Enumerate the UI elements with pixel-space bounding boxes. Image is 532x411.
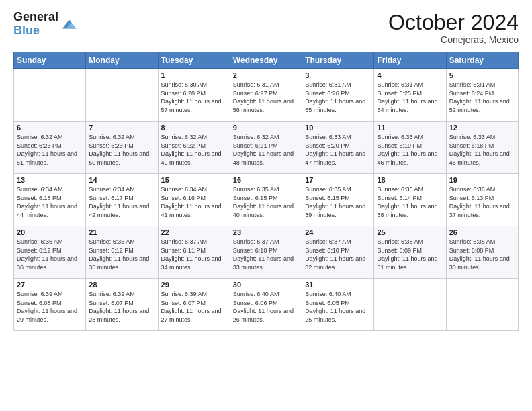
- week-row-5: 27Sunrise: 6:39 AM Sunset: 6:08 PM Dayli…: [14, 279, 519, 331]
- day-number: 6: [17, 124, 83, 132]
- day-info: Sunrise: 6:39 AM Sunset: 6:07 PM Dayligh…: [161, 290, 227, 324]
- day-info: Sunrise: 6:35 AM Sunset: 6:14 PM Dayligh…: [377, 185, 443, 219]
- day-number: 12: [449, 124, 515, 132]
- day-info: Sunrise: 6:38 AM Sunset: 6:08 PM Dayligh…: [449, 238, 515, 271]
- calendar-cell: [86, 69, 158, 122]
- day-info: Sunrise: 6:32 AM Sunset: 6:22 PM Dayligh…: [161, 133, 227, 167]
- calendar-cell: 5Sunrise: 6:31 AM Sunset: 6:24 PM Daylig…: [446, 69, 518, 122]
- day-info: Sunrise: 6:37 AM Sunset: 6:11 PM Dayligh…: [161, 238, 227, 271]
- day-info: Sunrise: 6:39 AM Sunset: 6:07 PM Dayligh…: [89, 290, 154, 324]
- day-number: 8: [161, 124, 227, 132]
- logo: GeneralBlue: [13, 11, 79, 38]
- day-info: Sunrise: 6:36 AM Sunset: 6:12 PM Dayligh…: [89, 238, 154, 271]
- day-number: 5: [449, 71, 515, 79]
- calendar-cell: 21Sunrise: 6:36 AM Sunset: 6:12 PM Dayli…: [86, 226, 158, 279]
- day-number: 22: [161, 228, 227, 236]
- day-info: Sunrise: 6:34 AM Sunset: 6:17 PM Dayligh…: [89, 185, 154, 219]
- day-number: 23: [233, 228, 299, 236]
- calendar-cell: 16Sunrise: 6:35 AM Sunset: 6:15 PM Dayli…: [230, 174, 302, 226]
- calendar-cell: 12Sunrise: 6:33 AM Sunset: 6:18 PM Dayli…: [446, 122, 518, 174]
- logo-icon: [60, 15, 79, 34]
- calendar-cell: 10Sunrise: 6:33 AM Sunset: 6:20 PM Dayli…: [302, 122, 374, 174]
- calendar-cell: 17Sunrise: 6:35 AM Sunset: 6:15 PM Dayli…: [302, 174, 374, 226]
- day-number: 29: [161, 281, 227, 289]
- header: GeneralBlue October 2024 Conejeras, Mexi…: [13, 11, 519, 45]
- week-row-1: 1Sunrise: 6:30 AM Sunset: 6:28 PM Daylig…: [14, 69, 519, 122]
- location: Conejeras, Mexico: [388, 34, 519, 45]
- day-number: 11: [377, 124, 443, 132]
- day-number: 1: [161, 71, 227, 79]
- day-number: 18: [377, 176, 443, 184]
- day-number: 19: [449, 176, 515, 184]
- day-number: 2: [233, 71, 299, 79]
- title-block: October 2024 Conejeras, Mexico: [388, 11, 519, 45]
- day-info: Sunrise: 6:40 AM Sunset: 6:06 PM Dayligh…: [233, 290, 299, 324]
- day-number: 13: [17, 176, 83, 184]
- day-number: 21: [89, 228, 154, 236]
- calendar-cell: [14, 69, 86, 122]
- calendar-cell: 27Sunrise: 6:39 AM Sunset: 6:08 PM Dayli…: [14, 279, 86, 331]
- logo-text: GeneralBlue: [13, 11, 58, 38]
- calendar-cell: 2Sunrise: 6:31 AM Sunset: 6:27 PM Daylig…: [230, 69, 302, 122]
- calendar-cell: 25Sunrise: 6:38 AM Sunset: 6:09 PM Dayli…: [374, 226, 446, 279]
- day-header-tuesday: Tuesday: [158, 52, 230, 69]
- week-row-3: 13Sunrise: 6:34 AM Sunset: 6:18 PM Dayli…: [14, 174, 519, 226]
- calendar-cell: 31Sunrise: 6:40 AM Sunset: 6:05 PM Dayli…: [302, 279, 374, 331]
- calendar-cell: 15Sunrise: 6:34 AM Sunset: 6:16 PM Dayli…: [158, 174, 230, 226]
- day-header-friday: Friday: [374, 52, 446, 69]
- day-header-monday: Monday: [86, 52, 158, 69]
- calendar-cell: 19Sunrise: 6:36 AM Sunset: 6:13 PM Dayli…: [446, 174, 518, 226]
- day-number: 7: [89, 124, 154, 132]
- day-header-thursday: Thursday: [302, 52, 374, 69]
- day-number: 14: [89, 176, 154, 184]
- calendar-cell: 14Sunrise: 6:34 AM Sunset: 6:17 PM Dayli…: [86, 174, 158, 226]
- day-info: Sunrise: 6:36 AM Sunset: 6:13 PM Dayligh…: [449, 185, 515, 219]
- calendar-cell: 6Sunrise: 6:32 AM Sunset: 6:23 PM Daylig…: [14, 122, 86, 174]
- day-number: 4: [377, 71, 443, 79]
- day-info: Sunrise: 6:37 AM Sunset: 6:10 PM Dayligh…: [233, 238, 299, 271]
- calendar-cell: 8Sunrise: 6:32 AM Sunset: 6:22 PM Daylig…: [158, 122, 230, 174]
- day-info: Sunrise: 6:40 AM Sunset: 6:05 PM Dayligh…: [305, 290, 371, 324]
- calendar-cell: 26Sunrise: 6:38 AM Sunset: 6:08 PM Dayli…: [446, 226, 518, 279]
- day-info: Sunrise: 6:31 AM Sunset: 6:27 PM Dayligh…: [233, 81, 299, 114]
- page: GeneralBlue October 2024 Conejeras, Mexi…: [0, 0, 532, 411]
- week-row-2: 6Sunrise: 6:32 AM Sunset: 6:23 PM Daylig…: [14, 122, 519, 174]
- calendar-body: 1Sunrise: 6:30 AM Sunset: 6:28 PM Daylig…: [14, 69, 519, 331]
- calendar-cell: 1Sunrise: 6:30 AM Sunset: 6:28 PM Daylig…: [158, 69, 230, 122]
- day-info: Sunrise: 6:32 AM Sunset: 6:21 PM Dayligh…: [233, 133, 299, 167]
- day-info: Sunrise: 6:33 AM Sunset: 6:19 PM Dayligh…: [377, 133, 443, 167]
- day-number: 25: [377, 228, 443, 236]
- calendar-cell: 28Sunrise: 6:39 AM Sunset: 6:07 PM Dayli…: [86, 279, 158, 331]
- day-info: Sunrise: 6:32 AM Sunset: 6:23 PM Dayligh…: [89, 133, 154, 167]
- day-info: Sunrise: 6:39 AM Sunset: 6:08 PM Dayligh…: [17, 290, 83, 324]
- calendar-cell: 11Sunrise: 6:33 AM Sunset: 6:19 PM Dayli…: [374, 122, 446, 174]
- day-number: 16: [233, 176, 299, 184]
- day-info: Sunrise: 6:34 AM Sunset: 6:18 PM Dayligh…: [17, 185, 83, 219]
- day-info: Sunrise: 6:32 AM Sunset: 6:23 PM Dayligh…: [17, 133, 83, 167]
- calendar-cell: 18Sunrise: 6:35 AM Sunset: 6:14 PM Dayli…: [374, 174, 446, 226]
- calendar-cell: 4Sunrise: 6:31 AM Sunset: 6:25 PM Daylig…: [374, 69, 446, 122]
- day-number: 10: [305, 124, 371, 132]
- day-info: Sunrise: 6:31 AM Sunset: 6:24 PM Dayligh…: [449, 81, 515, 114]
- day-number: 9: [233, 124, 299, 132]
- day-info: Sunrise: 6:36 AM Sunset: 6:12 PM Dayligh…: [17, 238, 83, 271]
- calendar-cell: 7Sunrise: 6:32 AM Sunset: 6:23 PM Daylig…: [86, 122, 158, 174]
- day-number: 30: [233, 281, 299, 289]
- calendar-cell: 20Sunrise: 6:36 AM Sunset: 6:12 PM Dayli…: [14, 226, 86, 279]
- day-info: Sunrise: 6:35 AM Sunset: 6:15 PM Dayligh…: [305, 185, 371, 219]
- calendar-cell: 30Sunrise: 6:40 AM Sunset: 6:06 PM Dayli…: [230, 279, 302, 331]
- calendar-cell: 23Sunrise: 6:37 AM Sunset: 6:10 PM Dayli…: [230, 226, 302, 279]
- calendar-cell: 29Sunrise: 6:39 AM Sunset: 6:07 PM Dayli…: [158, 279, 230, 331]
- calendar-cell: 22Sunrise: 6:37 AM Sunset: 6:11 PM Dayli…: [158, 226, 230, 279]
- day-header-wednesday: Wednesday: [230, 52, 302, 69]
- day-header-saturday: Saturday: [446, 52, 518, 69]
- day-info: Sunrise: 6:38 AM Sunset: 6:09 PM Dayligh…: [377, 238, 443, 271]
- calendar-cell: [374, 279, 446, 331]
- day-info: Sunrise: 6:33 AM Sunset: 6:20 PM Dayligh…: [305, 133, 371, 167]
- month-title: October 2024: [388, 11, 519, 34]
- day-info: Sunrise: 6:35 AM Sunset: 6:15 PM Dayligh…: [233, 185, 299, 219]
- day-number: 20: [17, 228, 83, 236]
- calendar-header-row: SundayMondayTuesdayWednesdayThursdayFrid…: [14, 52, 519, 69]
- calendar-cell: 3Sunrise: 6:31 AM Sunset: 6:26 PM Daylig…: [302, 69, 374, 122]
- calendar-cell: 9Sunrise: 6:32 AM Sunset: 6:21 PM Daylig…: [230, 122, 302, 174]
